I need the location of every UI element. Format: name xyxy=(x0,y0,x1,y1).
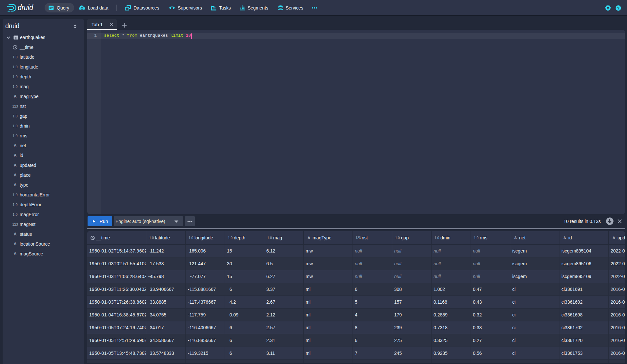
svg-text:?: ? xyxy=(617,6,619,10)
